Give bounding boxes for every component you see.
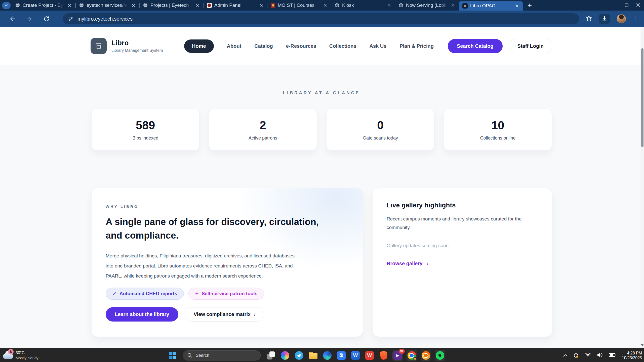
profile-dot-badge: [414, 357, 417, 360]
task-view-button[interactable]: [266, 350, 276, 361]
scrollbar-thumb[interactable]: [641, 48, 643, 147]
chrome-work-icon: [422, 351, 430, 360]
edge-icon: [323, 351, 332, 360]
back-arrow-icon: [9, 16, 16, 22]
nav-e-resources[interactable]: e-Resources: [286, 43, 316, 49]
reload-icon: [43, 16, 50, 22]
site-settings-icon: [68, 16, 73, 22]
tab-search-button[interactable]: [2, 2, 11, 9]
address-bar[interactable]: mylibro.eyetech.services: [63, 13, 579, 24]
copilot-button[interactable]: [280, 350, 290, 361]
tab-title: Admin Panel: [214, 3, 256, 8]
close-tab-icon[interactable]: [450, 2, 456, 8]
word-button[interactable]: W: [350, 350, 361, 361]
nav-about[interactable]: About: [227, 43, 242, 49]
new-tab-button[interactable]: [525, 1, 534, 10]
forward-button[interactable]: [26, 15, 33, 23]
chrome-work-button[interactable]: [421, 350, 431, 361]
close-window-button[interactable]: [632, 0, 644, 10]
weather-widget[interactable]: 8 30°C Mostly cloudy: [3, 348, 38, 362]
header-actions: Search Catalog Staff Login: [448, 39, 552, 53]
browser-tabstrip: Create Project - Eyet eyetech.services/r…: [0, 0, 644, 11]
sync-icon: [573, 352, 579, 358]
wifi-button[interactable]: [585, 352, 591, 358]
start-button[interactable]: [167, 350, 178, 361]
chrome-button[interactable]: [407, 350, 417, 361]
page-scrollbar[interactable]: [640, 27, 644, 348]
desktop-screen: Create Project - Eyet eyetech.services/r…: [0, 0, 644, 362]
tab-libro-opac-active[interactable]: Libro OPAC: [459, 1, 523, 11]
copilot-icon: [281, 351, 289, 360]
staff-login-button[interactable]: Staff Login: [509, 39, 552, 53]
time: 4:28 PM: [622, 351, 642, 355]
stat-value: 2: [260, 118, 266, 132]
globe-icon: [79, 3, 84, 8]
nav-catalog[interactable]: Catalog: [254, 43, 273, 49]
wps-office-button[interactable]: W: [364, 350, 375, 361]
close-tab-icon[interactable]: [66, 2, 72, 8]
tab-create-project[interactable]: Create Project - Eyet: [12, 0, 75, 11]
learn-about-library-button[interactable]: Learn about the library: [106, 307, 178, 322]
wps-office-icon: W: [365, 351, 374, 360]
browse-gallery-link[interactable]: Browse gallery ›: [387, 260, 428, 267]
stat-value: 10: [491, 118, 504, 132]
back-button[interactable]: [9, 15, 16, 23]
volume-button[interactable]: [597, 352, 603, 358]
taskbar-apps: Search W W ▶ 9+: [167, 348, 445, 362]
minimize-button[interactable]: [609, 0, 621, 10]
wifi-icon: [585, 352, 591, 357]
close-tab-icon[interactable]: [130, 2, 136, 8]
file-explorer-button[interactable]: [308, 350, 318, 361]
maximize-button[interactable]: [621, 0, 632, 10]
close-tab-icon[interactable]: [194, 2, 200, 8]
spotify-button[interactable]: [435, 350, 445, 361]
reload-button[interactable]: [43, 15, 50, 23]
taskbar-clock[interactable]: 4:28 PM 10/23/2025: [622, 351, 642, 360]
url-text: mylibro.eyetech.services: [77, 16, 133, 22]
edge-button[interactable]: [322, 350, 333, 361]
bookmark-star-button[interactable]: [586, 15, 592, 23]
close-tab-icon[interactable]: [386, 2, 392, 8]
update-sync-button[interactable]: [573, 352, 579, 358]
close-tab-icon[interactable]: [514, 3, 520, 9]
scrollbar-down-arrow[interactable]: [641, 344, 643, 346]
browser-menu-button[interactable]: ⋮: [632, 16, 638, 22]
toolbar-right: ⋮: [586, 14, 638, 24]
microsoft-store-button[interactable]: [336, 350, 347, 361]
globe-icon: [15, 3, 20, 8]
window-controls: [609, 0, 644, 10]
tab-moist-courses[interactable]: MOIST | Courses: [267, 0, 331, 11]
tray-expand-button[interactable]: [563, 353, 568, 358]
tab-eyetech-services[interactable]: eyetech.services/reli: [75, 0, 139, 11]
view-compliance-matrix-button[interactable]: View compliance matrix ›: [185, 307, 264, 322]
search-icon: [187, 353, 192, 358]
tab-projects-eyetech[interactable]: Projects | Eyetech IT: [139, 0, 203, 11]
tab-now-serving[interactable]: Now Serving (Lobby): [395, 0, 459, 11]
tab-admin-panel[interactable]: Admin Panel: [203, 0, 267, 11]
nav-ask-us[interactable]: Ask Us: [370, 43, 387, 49]
file-explorer-icon: [309, 352, 317, 359]
brave-button[interactable]: [378, 350, 389, 361]
chip-ched-reports: ✓ Automated CHED reports: [106, 288, 184, 300]
profile-avatar[interactable]: [617, 14, 626, 23]
clipchamp-button[interactable]: ▶ 9+: [392, 350, 403, 361]
word-icon: W: [351, 351, 360, 360]
chevron-right-icon: ›: [426, 260, 428, 267]
brand[interactable]: Libro Library Management System: [91, 38, 163, 54]
battery-button[interactable]: [609, 353, 616, 358]
telegram-button[interactable]: [294, 350, 304, 361]
tab-title: Kiosk: [342, 3, 383, 8]
nav-collections[interactable]: Collections: [329, 43, 356, 49]
why-heading: A single pane of glass for discovery, ci…: [106, 215, 349, 242]
taskbar-search-box[interactable]: Search: [183, 350, 261, 360]
browser-toolbar: mylibro.eyetech.services ⋮: [0, 11, 644, 27]
stat-label: Collections online: [480, 135, 515, 141]
search-catalog-button[interactable]: Search Catalog: [448, 39, 503, 53]
search-placeholder: Search: [196, 353, 209, 358]
nav-home[interactable]: Home: [184, 39, 214, 53]
tab-kiosk[interactable]: Kiosk: [331, 0, 395, 11]
nav-plan-pricing[interactable]: Plan & Pricing: [399, 43, 434, 49]
downloads-button[interactable]: [599, 14, 610, 24]
close-tab-icon[interactable]: [258, 2, 264, 8]
close-tab-icon[interactable]: [322, 2, 328, 8]
